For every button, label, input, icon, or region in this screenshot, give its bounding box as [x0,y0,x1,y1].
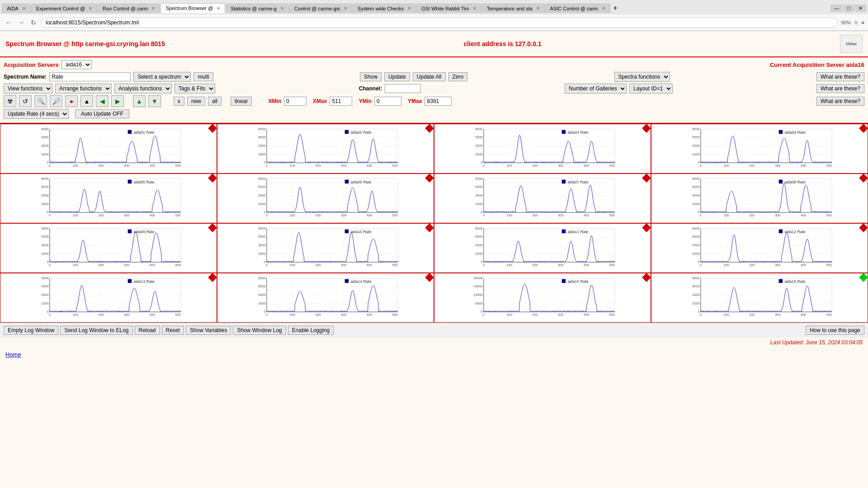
tab-close[interactable]: ✕ [280,6,284,11]
zoom-out-icon-button[interactable]: 🔎 [50,95,62,107]
maximize-button[interactable]: □ [844,5,854,12]
tab-temperature[interactable]: Temperature and sta ✕ [482,4,545,13]
linear-button[interactable]: linear [231,97,252,106]
forward-button[interactable]: → [16,18,26,27]
chart-cell-aida15[interactable]: 060001300019000250000100200300400500aida… [434,273,651,323]
chart-cell-aida10[interactable]: 020003000500060000100200300400500aida10 … [217,223,434,273]
home-link[interactable]: Home [5,351,21,358]
tab-statistics[interactable]: Statistics @ carme-g ✕ [226,4,289,13]
reload-button[interactable]: ↻ [29,18,38,27]
tab-close[interactable]: ✕ [602,6,605,11]
how-to-use-button[interactable]: How to use this page [806,326,864,335]
multi-button[interactable]: multi [193,72,213,81]
chart-cell-aida12[interactable]: 020004000600080000100200300400500aida12 … [651,223,868,273]
ymin-input[interactable] [374,97,401,106]
analysis-functions-dropdown[interactable]: Analysis functions [114,84,172,94]
what-these-button-1[interactable]: What are these? [816,72,864,81]
spectra-functions-dropdown[interactable]: Spectra functions [614,72,670,82]
pointer-icon-button[interactable]: ▲ [80,95,93,107]
svg-text:400: 400 [150,213,155,217]
chart-cell-aida14[interactable]: 020004000600080000100200300400500aida14 … [217,273,434,323]
tab-system-checks[interactable]: System wide Checks ✕ [353,4,416,13]
chart-cell-aida02[interactable]: 020004000600080000100200300400500aida02 … [217,124,434,174]
tags-fits-dropdown[interactable]: Tags & Fits [175,84,215,94]
extensions-icon[interactable]: » [861,19,864,26]
all-button[interactable]: all [208,97,222,106]
zero-button[interactable]: Zero [448,72,468,81]
refresh-icon-button[interactable]: ↺ [19,95,32,107]
spectrum-name-input[interactable] [49,72,131,81]
chart-cell-aida05[interactable]: 020004000600080000100200300400500aida05 … [0,174,217,223]
up-icon-button[interactable]: ▲ [133,95,146,107]
chart-cell-aida07[interactable]: 010003000400050000100200300400500aida07 … [434,174,651,223]
update-button[interactable]: Update [384,72,410,81]
new-tab-button[interactable]: + [611,3,620,13]
tab-close[interactable]: ✕ [89,6,92,11]
chart-cell-aida08[interactable]: 020004000600080000100200300400500aida08 … [651,174,868,223]
layout-id-dropdown[interactable]: Layout ID=1 [629,84,673,94]
tab-close[interactable]: ✕ [151,6,155,11]
xmin-input[interactable] [284,97,307,106]
chart-cell-aida03[interactable]: 020003000500060000100200300400500aida03 … [434,124,651,174]
prev-icon-button[interactable]: ◀ [96,95,108,107]
tab-aida[interactable]: AIDA ✕ [2,4,31,13]
tab-control[interactable]: Control @ carme-gsi ✕ [289,4,352,13]
show-button[interactable]: Show [360,72,382,81]
info-icon-button[interactable]: ● [65,95,78,107]
chart-cell-aida13[interactable]: 010003000400050000100200300400500aida13 … [0,273,217,323]
chart-cell-aida11[interactable]: 020004000600080000100200300400500aida11 … [434,223,651,273]
chart-cell-aida04[interactable]: 020003000500060000100200300400500aida04 … [651,124,868,174]
bookmark-icon[interactable]: ☆ [854,19,859,26]
view-functions-dropdown[interactable]: View functions [4,84,52,94]
svg-text:200: 200 [98,263,104,267]
tab-spectrum-browser[interactable]: Spectrum Browser @ ✕ [160,3,225,13]
new-button[interactable]: new [187,97,205,106]
chart-cell-aida09[interactable]: 020003000500060000100200300400500aida09 … [0,223,217,273]
minimize-button[interactable]: — [830,5,843,12]
enable-logging-button[interactable]: Enable Logging [288,326,334,335]
url-input[interactable] [41,18,838,28]
update-all-button[interactable]: Update All [413,72,446,81]
tab-close[interactable]: ✕ [22,6,26,11]
back-button[interactable]: ← [4,18,14,27]
next-icon-button[interactable]: ▶ [111,95,124,107]
send-log-button[interactable]: Send Log Window to ELog [60,326,132,335]
close-button[interactable]: ✕ [855,5,866,12]
tab-experiment[interactable]: Experiment Control @ ✕ [31,4,97,13]
zoom-in-icon-button[interactable]: 🔍 [34,95,47,107]
reset-button[interactable]: Reset [162,326,184,335]
chart-cell-aida06[interactable]: 020004000600080000100200300400500aida06 … [217,174,434,223]
svg-text:25000: 25000 [473,276,483,280]
show-window-log-button[interactable]: Show Window Log [233,326,286,335]
auto-update-button[interactable]: Auto Update OFF [75,109,129,118]
tab-close[interactable]: ✕ [407,6,411,11]
reload-button[interactable]: Reload [135,326,160,335]
arrange-functions-dropdown[interactable]: Arrange functions [55,84,112,94]
empty-log-button[interactable]: Empty Log Window [4,326,58,335]
tab-asic[interactable]: ASIC Control @ carm ✕ [545,4,610,13]
select-spectrum-dropdown[interactable]: Select a spectrum [133,72,191,82]
chart-cell-aida01[interactable]: 020003000500060000100200300400500aida01 … [0,124,217,174]
channel-label: Channel: [359,85,382,92]
svg-text:6000: 6000 [475,235,483,239]
acquisition-server-select[interactable]: aida16 [61,60,92,69]
x-button[interactable]: x [174,97,184,106]
what-these-button-2[interactable]: What are these? [816,84,864,93]
tab-run-control[interactable]: Run Control @ carm ✕ [98,4,160,13]
tab-close[interactable]: ✕ [536,6,540,11]
channel-input[interactable] [385,84,421,93]
num-galleries-dropdown[interactable]: Number of Galleries [565,84,627,94]
xmax-input[interactable] [330,97,352,106]
tab-close[interactable]: ✕ [217,6,220,11]
show-variables-button[interactable]: Show Variables [186,326,231,335]
update-rate-dropdown[interactable]: Update Rate (4 secs) [4,109,69,119]
svg-text:500: 500 [175,313,181,317]
chart-cell-aida16[interactable]: 020004000600080000100200300400500aida16 … [651,273,868,323]
what-these-button-3[interactable]: What are these? [816,97,864,106]
ymax-input[interactable] [425,97,452,106]
radiation-icon-button[interactable]: ☢ [4,95,16,107]
tab-white-rabbit[interactable]: GSI White Rabbit Tim ✕ [416,4,481,13]
tab-close[interactable]: ✕ [473,6,476,11]
down-icon-button[interactable]: ▼ [148,95,161,107]
tab-close[interactable]: ✕ [344,6,347,11]
